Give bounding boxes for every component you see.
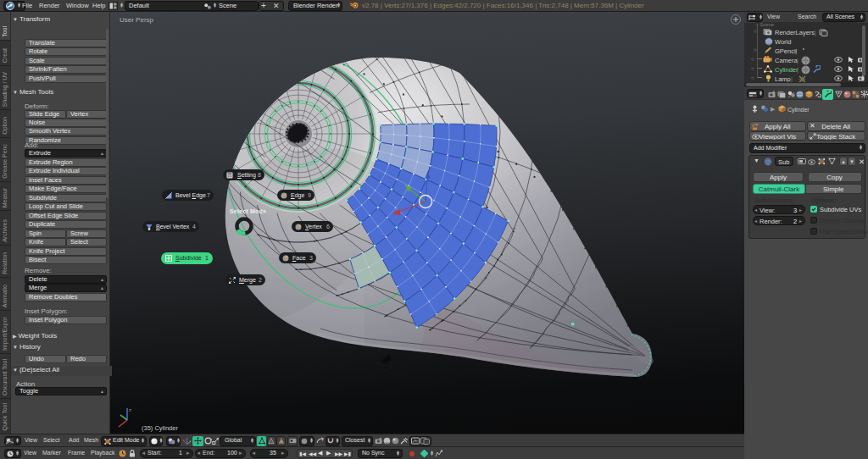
svg-text:z: z (129, 407, 131, 412)
